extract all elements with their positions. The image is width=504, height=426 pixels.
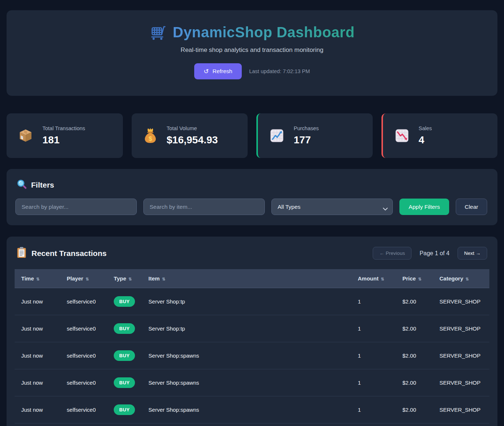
stat-value: 177: [294, 134, 319, 146]
cell-item: Server Shop:tp: [142, 288, 351, 315]
stat-label: Total Transactions: [42, 125, 85, 131]
player-search-input[interactable]: [15, 199, 137, 215]
stat-card-sales: Sales 4: [381, 113, 498, 158]
table-row: Just now selfservice0 BUY Server Shop:sp…: [15, 369, 489, 396]
cell-category: SERVER_SHOP: [433, 423, 490, 426]
clear-filters-button[interactable]: Clear: [456, 199, 487, 215]
transactions-header-row: Recent Transactions ← Previous Page 1 of…: [15, 247, 489, 260]
cell-player: selfservice0: [60, 369, 108, 396]
clipboard-icon: [17, 247, 26, 260]
cell-price: $2.00: [396, 342, 433, 369]
stat-label: Purchases: [294, 125, 319, 131]
sort-icon: ⇅: [128, 277, 132, 281]
chart-increasing-icon: [270, 128, 284, 143]
cell-item: Server Shop:spawns: [142, 342, 351, 369]
cell-type: BUY: [107, 423, 142, 426]
cell-type: BUY: [107, 315, 142, 342]
transactions-table: Time⇅ Player⇅ Type⇅ Item⇅ Amount⇅ Price⇅…: [15, 269, 489, 426]
cell-price: $2.00: [396, 423, 433, 426]
previous-page-button[interactable]: ← Previous: [373, 247, 411, 260]
cell-time: Just now: [15, 369, 60, 396]
column-header-player[interactable]: Player⇅: [60, 269, 108, 288]
stats-row: Total Transactions 181 $ Total Volume $1…: [7, 113, 497, 158]
refresh-button[interactable]: ↺ Refresh: [194, 63, 242, 79]
stat-content: Total Volume $16,954.93: [167, 125, 218, 146]
cell-type: BUY: [107, 396, 142, 423]
svg-text:$: $: [148, 135, 152, 142]
column-header-item[interactable]: Item⇅: [142, 269, 351, 288]
buy-badge: BUY: [114, 350, 135, 361]
cell-amount: 1: [351, 423, 396, 426]
stat-content: Sales 4: [419, 125, 432, 146]
column-header-amount[interactable]: Amount⇅: [351, 269, 396, 288]
stat-value: 181: [42, 134, 85, 146]
package-icon: [18, 128, 33, 143]
cell-price: $2.00: [396, 288, 433, 315]
cell-item: Server Shop:tp: [142, 315, 351, 342]
cell-amount: 1: [351, 342, 396, 369]
cell-category: SERVER_SHOP: [433, 396, 490, 423]
cell-price: $2.00: [396, 369, 433, 396]
filters-heading: Filters: [15, 179, 489, 191]
stat-content: Purchases 177: [294, 125, 319, 146]
refresh-button-label: Refresh: [212, 68, 232, 75]
cell-time: Just now: [15, 396, 60, 423]
money-bag-icon: $: [143, 128, 157, 143]
buy-badge: BUY: [114, 377, 135, 388]
cell-type: BUY: [107, 288, 142, 315]
cell-category: SERVER_SHOP: [433, 288, 490, 315]
item-search-input[interactable]: [143, 199, 265, 215]
cell-amount: 1: [351, 396, 396, 423]
stat-card-purchases: Purchases 177: [256, 113, 373, 158]
column-header-time[interactable]: Time⇅: [15, 269, 60, 288]
page-title: DynamicShop Dashboard: [173, 24, 354, 41]
cell-player: selfservice0: [60, 342, 108, 369]
recent-transactions-panel: Recent Transactions ← Previous Page 1 of…: [7, 237, 497, 426]
cell-player: selfservice0: [60, 423, 108, 426]
transactions-title: Recent Transactions: [31, 249, 106, 258]
cell-time: Just now: [15, 342, 60, 369]
column-header-type[interactable]: Type⇅: [107, 269, 142, 288]
table-row: Just now selfservice0 BUY Server Shop:sp…: [15, 396, 489, 423]
cell-category: SERVER_SHOP: [433, 369, 490, 396]
filters-panel: Filters All Types Apply Filters Clear: [7, 169, 497, 225]
cell-player: selfservice0: [60, 396, 108, 423]
sort-icon: ⇅: [466, 277, 469, 281]
cell-price: $2.00: [396, 315, 433, 342]
cell-time: Just now: [15, 288, 60, 315]
cell-amount: 1: [351, 288, 396, 315]
transactions-title-group: Recent Transactions: [17, 247, 106, 260]
type-select[interactable]: All Types: [271, 199, 393, 215]
cell-type: BUY: [107, 369, 142, 396]
table-row: Just now selfservice0 BUY Server Shop:tp…: [15, 288, 489, 315]
table-row: Just now selfservice0 BUY Server Shop:tp…: [15, 315, 489, 342]
filters-title: Filters: [31, 181, 54, 189]
cell-type: BUY: [107, 342, 142, 369]
title-row: DynamicShop Dashboard: [149, 24, 354, 41]
cell-amount: 1: [351, 369, 396, 396]
refresh-row: ↺ Refresh Last updated: 7:02:13 PM: [194, 63, 310, 79]
cell-amount: 1: [351, 315, 396, 342]
apply-filters-button[interactable]: Apply Filters: [399, 199, 449, 215]
column-header-price[interactable]: Price⇅: [396, 269, 433, 288]
stat-card-total-transactions: Total Transactions 181: [7, 113, 123, 158]
sort-icon: ⇅: [86, 277, 89, 281]
transactions-body: Just now selfservice0 BUY Server Shop:tp…: [15, 288, 489, 426]
buy-badge: BUY: [114, 296, 135, 307]
cell-player: selfservice0: [60, 288, 108, 315]
sort-icon: ⇅: [36, 277, 40, 281]
next-page-button[interactable]: Next →: [458, 247, 487, 260]
sort-icon: ⇅: [381, 277, 384, 281]
cell-category: SERVER_SHOP: [433, 315, 490, 342]
stat-label: Total Volume: [167, 125, 218, 131]
stat-value: $16,954.93: [167, 134, 218, 146]
table-row: Just now selfservice0 BUY Server Shop:sp…: [15, 423, 489, 426]
cell-time: Just now: [15, 315, 60, 342]
cell-item: Server Shop:spawns: [142, 396, 351, 423]
table-row: Just now selfservice0 BUY Server Shop:sp…: [15, 342, 489, 369]
column-header-category[interactable]: Category⇅: [433, 269, 490, 288]
magnifier-icon: [17, 179, 27, 191]
filters-controls: All Types Apply Filters Clear: [15, 199, 489, 215]
buy-badge: BUY: [114, 323, 135, 334]
cell-player: selfservice0: [60, 315, 108, 342]
